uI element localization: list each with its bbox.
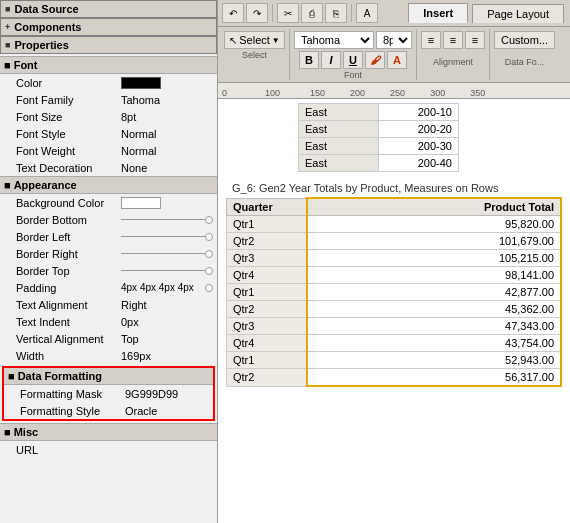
cut-button[interactable]: ✂ [277,3,299,23]
prop-formatting-style-label: Formatting Style [20,405,125,417]
align-left-button[interactable]: ≡ [421,31,441,49]
border-top-line [121,270,205,271]
misc-group-header[interactable]: ■ Misc [0,423,217,441]
table-header-row: Quarter Product Total [227,198,562,216]
data-formatting-expand-icon: ■ [8,370,15,382]
separator2 [351,4,352,22]
font-group-header[interactable]: ■ Font [0,56,217,74]
prop-padding-value: 4px 4px 4px 4px [121,282,203,293]
table-row: Qtr152,943.00 [227,352,562,369]
bold-button[interactable]: B [299,51,319,69]
product-total-cell: 45,362.00 [307,301,562,318]
italic-button[interactable]: I [321,51,341,69]
ruler-350: 350 [470,88,485,98]
underline-button[interactable]: U [343,51,363,69]
quarter-cell: Qtr3 [227,250,307,267]
prop-font-size-value: 8pt [121,111,213,123]
toolbar-icons-row: ↶ ↷ ✂ ⎙ ⎘ A Insert Page Layout [218,0,570,27]
prop-url-label: URL [16,444,121,456]
col-header-product-total: Product Total [307,198,562,216]
prop-text-alignment: Text Alignment Right [0,296,217,313]
prop-vertical-alignment-value: Top [121,333,213,345]
table-row: East 200-20 [299,121,459,138]
fontcolor-button[interactable]: A [356,3,378,23]
prop-width-label: Width [16,350,121,362]
font-color-button[interactable]: A [387,51,407,69]
undo-button[interactable]: ↶ [222,3,244,23]
font-family-select[interactable]: Tahoma [294,31,374,49]
table-row: Qtr245,362.00 [227,301,562,318]
prop-border-bottom: Border Bottom [0,211,217,228]
prop-formatting-style-value: Oracle [125,405,209,417]
prop-font-style: Font Style Normal [0,125,217,142]
prop-text-decoration-value: None [121,162,213,174]
border-bottom-line [121,219,205,220]
east-label-3: East [299,138,379,155]
product-total-cell: 47,343.00 [307,318,562,335]
border-top-circle [205,267,213,275]
data-area: East 200-10 East 200-20 East 200-30 East… [218,99,570,523]
components-label: Components [14,21,81,33]
appearance-group-label: Appearance [14,179,77,191]
product-total-cell: 56,317.00 [307,369,562,387]
table-row: Qtr3105,215.00 [227,250,562,267]
prop-border-bottom-label: Border Bottom [16,214,121,226]
prop-formatting-mask-label: Formatting Mask [20,388,125,400]
redo-button[interactable]: ↷ [246,3,268,23]
data-source-header[interactable]: ■ Data Source [0,0,217,18]
appearance-expand-icon: ■ [4,179,11,191]
tab-page-layout[interactable]: Page Layout [472,4,564,23]
highlight-button[interactable]: 🖌 [365,51,385,69]
product-total-cell: 95,820.00 [307,216,562,233]
align-right-button[interactable]: ≡ [465,31,485,49]
table-row: East 200-30 [299,138,459,155]
prop-border-top: Border Top [0,262,217,279]
prop-padding: Padding 4px 4px 4px 4px [0,279,217,296]
ruler-0: 0 [222,88,227,98]
product-total-cell: 105,215.00 [307,250,562,267]
copy-button[interactable]: ⎙ [301,3,323,23]
border-left-circle [205,233,213,241]
prop-vertical-alignment: Vertical Alignment Top [0,330,217,347]
east-value-2: 200-20 [379,121,459,138]
align-center-button[interactable]: ≡ [443,31,463,49]
prop-color: Color [0,74,217,91]
bg-color-swatch[interactable] [121,197,161,209]
prop-font-weight-value: Normal [121,145,213,157]
border-right-line [121,253,205,254]
prop-text-indent-label: Text Indent [16,316,121,328]
font-group-label: Font [14,59,38,71]
select-button[interactable]: ↖ Select ▼ [224,31,285,49]
prop-formatting-mask-value: 9G999D99 [125,388,209,400]
product-total-cell: 52,943.00 [307,352,562,369]
top-table: East 200-10 East 200-20 East 200-30 East… [298,103,459,172]
font-size-select[interactable]: 8pt [376,31,412,49]
data-source-label: Data Source [14,3,78,15]
properties-header[interactable]: ■ Properties [0,36,217,54]
expand-icon: ■ [5,4,10,14]
separator1 [272,4,273,22]
product-total-cell: 43,754.00 [307,335,562,352]
prop-font-weight-label: Font Weight [16,145,121,157]
minus-icon: ■ [5,40,10,50]
data-formatting-label: Data Formatting [18,370,102,382]
quarter-cell: Qtr1 [227,352,307,369]
select-label: Select [239,34,270,46]
prop-border-left: Border Left [0,228,217,245]
table-row: Qtr347,343.00 [227,318,562,335]
prop-bg-color: Background Color [0,194,217,211]
ruler: 0 100 150 200 250 300 350 [218,83,570,99]
misc-group-label: Misc [14,426,38,438]
appearance-group-header[interactable]: ■ Appearance [0,176,217,194]
prop-font-size: Font Size 8pt [0,108,217,125]
section-title: G_6: Gen2 Year Totals by Product, Measur… [224,176,570,197]
col-header-quarter: Quarter [227,198,307,216]
paste-button[interactable]: ⎘ [325,3,347,23]
data-formatting-header[interactable]: ■ Data Formatting [4,368,213,385]
prop-vertical-alignment-label: Vertical Alignment [16,333,121,345]
prop-formatting-style: Formatting Style Oracle [4,402,213,419]
components-header[interactable]: + Components [0,18,217,36]
custom-button[interactable]: Custom... [494,31,555,49]
tab-insert[interactable]: Insert [408,3,468,23]
color-swatch[interactable] [121,77,161,89]
